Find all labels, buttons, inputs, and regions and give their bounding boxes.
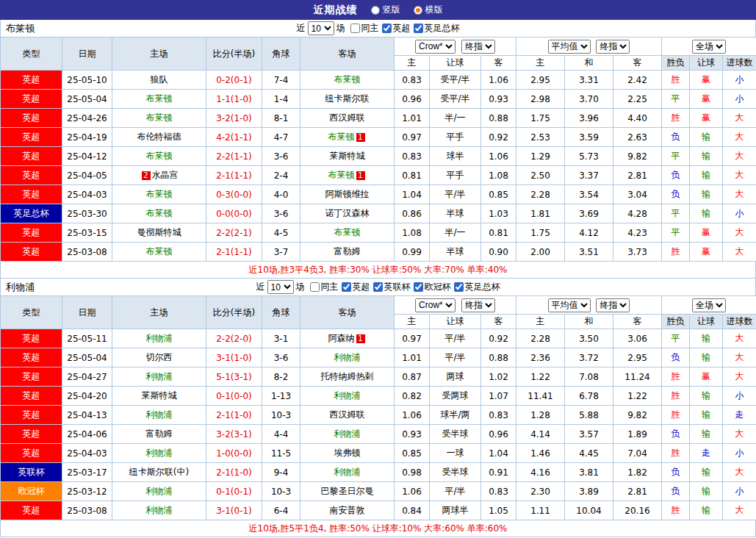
competition-checkbox[interactable]: 英超 bbox=[342, 281, 370, 293]
red-card-badge: 1 bbox=[356, 171, 365, 180]
odds-home: 1.06 bbox=[395, 406, 430, 425]
home-team: 利物浦 bbox=[112, 501, 206, 520]
odds-home: 0.97 bbox=[395, 329, 430, 348]
away-team: 南安普敦 bbox=[300, 501, 395, 520]
checkbox-input[interactable] bbox=[342, 282, 351, 292]
score-link[interactable]: 3-2(1-0) bbox=[206, 109, 262, 128]
score-link[interactable]: 0-0(0-0) bbox=[206, 204, 262, 223]
home-team: 狼队 bbox=[112, 71, 206, 90]
layout-radio-horizontal[interactable]: 横版 bbox=[414, 4, 443, 16]
checkbox-input[interactable] bbox=[373, 282, 383, 292]
avg-period-select[interactable]: 终指 bbox=[596, 298, 630, 312]
away-team: 布莱顿1 bbox=[300, 166, 395, 185]
score-link[interactable]: 1-1(1-0) bbox=[206, 90, 262, 109]
competition-badge: 英超 bbox=[1, 367, 62, 387]
odds-provider-select[interactable]: Crow* bbox=[415, 40, 456, 54]
competition-checkbox[interactable]: 英超 bbox=[382, 22, 411, 35]
odds-away: 0.91 bbox=[481, 463, 516, 482]
competition-checkbox[interactable]: 英足总杯 bbox=[454, 281, 500, 293]
corner-score: 8-1 bbox=[262, 109, 300, 128]
avg-odds-home: 4.14 bbox=[516, 425, 565, 444]
away-team: 利物浦 bbox=[300, 463, 395, 482]
odds-handicap: 平/半 bbox=[430, 348, 481, 367]
match-date: 25-05-10 bbox=[62, 71, 112, 90]
checkbox-input[interactable] bbox=[454, 282, 464, 292]
avg-select[interactable]: 平均值 bbox=[548, 298, 591, 312]
competition-checkbox[interactable]: 英足总杯 bbox=[414, 22, 460, 35]
radio-icon[interactable] bbox=[371, 6, 380, 15]
odds-handicap: 两球半 bbox=[430, 501, 481, 520]
near-label: 近 bbox=[297, 22, 306, 35]
scope-select[interactable]: 全场 bbox=[692, 298, 726, 312]
checkbox-input[interactable] bbox=[310, 282, 320, 292]
subcol-odds-home: 主 bbox=[395, 56, 430, 71]
avg-odds-draw: 4.12 bbox=[565, 223, 613, 243]
checkbox-input[interactable] bbox=[414, 24, 423, 33]
competition-checkbox[interactable]: 同主 bbox=[350, 22, 379, 35]
layout-radio-vertical[interactable]: 竖版 bbox=[371, 4, 400, 16]
competition-checkbox[interactable]: 欧冠杯 bbox=[414, 281, 451, 293]
match-date: 25-03-12 bbox=[62, 482, 112, 501]
avg-odds-home: 1.46 bbox=[516, 444, 565, 463]
match-date: 25-03-15 bbox=[62, 223, 112, 243]
score-link[interactable]: 3-2(3-1) bbox=[206, 425, 262, 444]
avg-odds-draw: 3.96 bbox=[565, 109, 613, 128]
score-link[interactable]: 0-3(0-0) bbox=[206, 185, 262, 204]
competition-checkbox[interactable]: 同主 bbox=[310, 281, 339, 293]
odds-period-select[interactable]: 终指 bbox=[461, 40, 495, 54]
avg-odds-draw: 10.04 bbox=[565, 501, 613, 520]
odds-handicap: 受两球 bbox=[430, 387, 481, 406]
corner-score: 3-7 bbox=[262, 243, 300, 262]
scope-select[interactable]: 全场 bbox=[692, 40, 726, 54]
odds-handicap: 两球 bbox=[430, 367, 481, 387]
score-link[interactable]: 0-1(0-0) bbox=[206, 387, 262, 406]
filter-row: 布莱顿 近 10 场 同主英超英足总杯 bbox=[0, 20, 756, 37]
score-link[interactable]: 4-2(1-1) bbox=[206, 128, 262, 147]
odds-home: 1.01 bbox=[395, 109, 430, 128]
score-link[interactable]: 2-2(1-1) bbox=[206, 147, 262, 166]
avg-odds-draw: 3.54 bbox=[565, 185, 613, 204]
checkbox-input[interactable] bbox=[414, 282, 423, 292]
avg-odds-draw: 7.08 bbox=[565, 367, 613, 387]
checkbox-input[interactable] bbox=[382, 24, 392, 33]
score-link[interactable]: 2-1(1-1) bbox=[206, 166, 262, 185]
col-away: 客场 bbox=[300, 37, 395, 71]
home-team: 利物浦 bbox=[112, 367, 206, 387]
home-team: 切尔西 bbox=[112, 348, 206, 367]
score-link[interactable]: 2-1(1-1) bbox=[206, 243, 262, 262]
score-link[interactable]: 2-1(1-0) bbox=[206, 463, 262, 482]
competition-checkbox[interactable]: 英联杯 bbox=[373, 281, 411, 293]
score-link[interactable]: 2-2(2-0) bbox=[206, 329, 262, 348]
competition-filters: 同主英超英联杯欧冠杯英足总杯 bbox=[307, 281, 500, 294]
avg-odds-home: 1.22 bbox=[516, 367, 565, 387]
score-link[interactable]: 1-0(0-0) bbox=[206, 444, 262, 463]
score-link[interactable]: 3-1(1-0) bbox=[206, 348, 262, 367]
corner-score: 4-0 bbox=[262, 185, 300, 204]
odds-away: 1.06 bbox=[481, 71, 516, 90]
score-link[interactable]: 2-2(2-1) bbox=[206, 223, 262, 243]
checkbox-input[interactable] bbox=[350, 24, 360, 33]
score-link[interactable]: 5-1(3-1) bbox=[206, 367, 262, 387]
avg-period-select[interactable]: 终指 bbox=[596, 40, 630, 54]
score-link[interactable]: 0-1(0-1) bbox=[206, 482, 262, 501]
match-count-select[interactable]: 10 bbox=[267, 280, 294, 294]
match-count-select[interactable]: 10 bbox=[308, 21, 334, 35]
score-link[interactable]: 0-2(0-1) bbox=[206, 71, 262, 90]
subcol-odds-home: 主 bbox=[395, 315, 430, 329]
score-link[interactable]: 3-1(0-1) bbox=[206, 501, 262, 520]
odds-home: 0.99 bbox=[395, 243, 430, 262]
away-team: 布莱顿 bbox=[300, 71, 395, 90]
score-link[interactable]: 2-1(1-0) bbox=[206, 406, 262, 425]
home-team: 利物浦 bbox=[112, 444, 206, 463]
odds-away: 0.88 bbox=[481, 109, 516, 128]
odds-group-header: Crow* 终指 bbox=[395, 37, 516, 56]
odds-provider-select[interactable]: Crow* bbox=[415, 298, 456, 312]
radio-icon[interactable] bbox=[414, 6, 422, 15]
corner-score: 3-6 bbox=[262, 348, 300, 367]
odds-home: 1.01 bbox=[395, 348, 430, 367]
handicap-result-cell: 输 bbox=[690, 185, 723, 204]
odds-home: 1.08 bbox=[395, 223, 430, 243]
odds-period-select[interactable]: 终指 bbox=[461, 298, 495, 312]
avg-select[interactable]: 平均值 bbox=[548, 40, 591, 54]
result-cell: 平 bbox=[662, 204, 690, 223]
